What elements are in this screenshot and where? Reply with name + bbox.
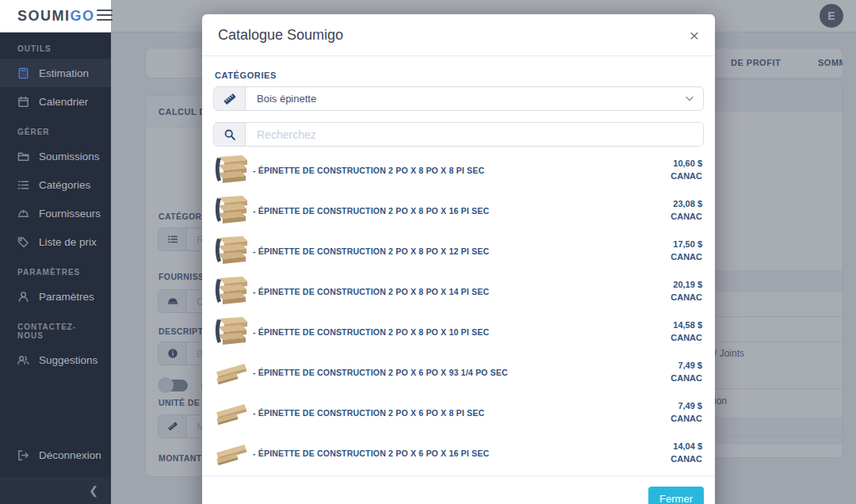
sidebar-item-label: Paramètres bbox=[39, 291, 94, 303]
fermer-button[interactable]: Fermer bbox=[648, 487, 704, 504]
sidebar-item-label: Estimation bbox=[39, 67, 89, 79]
catalog-search[interactable] bbox=[213, 122, 704, 147]
catalog-item[interactable]: - ÉPINETTE DE CONSTRUCTION 2 PO X 8 PO X… bbox=[213, 231, 704, 271]
product-price: 23,08 $ bbox=[673, 199, 702, 208]
sidebar-item-liste-de-prix[interactable]: Liste de prix bbox=[0, 227, 111, 256]
catalog-item[interactable]: - ÉPINETTE DE CONSTRUCTION 2 PO X 6 PO X… bbox=[213, 352, 704, 392]
catalogue-modal: Catalogue Soumigo × CATÉGORIES Bois épin… bbox=[202, 14, 715, 504]
catalog-item[interactable]: - ÉPINETTE DE CONSTRUCTION 2 PO X 8 PO X… bbox=[213, 190, 704, 231]
lumber-stack-image bbox=[213, 276, 250, 307]
product-name: - ÉPINETTE DE CONSTRUCTION 2 PO X 6 PO X… bbox=[250, 368, 645, 377]
lumber-plank-image bbox=[213, 357, 250, 388]
search-icon bbox=[214, 123, 246, 146]
sidebar-section-contact: CONTACTEZ-NOUS bbox=[0, 311, 111, 346]
product-price: 10,60 $ bbox=[673, 158, 702, 168]
sidebar-item-deconnexion[interactable]: Déconnexion bbox=[0, 441, 111, 469]
catalog-item[interactable]: - ÉPINETTE DE CONSTRUCTION 2 PO X 8 PO X… bbox=[213, 271, 704, 311]
lumber-stack-image bbox=[213, 316, 250, 348]
sidebar-item-label: Calendrier bbox=[39, 96, 88, 108]
modal-body: CATÉGORIES Bois épinette - ÉPINETTE DE C… bbox=[202, 56, 715, 475]
catalog-item[interactable]: - ÉPINETTE DE CONSTRUCTION 2 PO X 6 PO X… bbox=[213, 392, 704, 433]
sidebar-item-label: Catégories bbox=[39, 179, 90, 191]
calendar-icon bbox=[17, 96, 29, 108]
catalog-item[interactable]: - ÉPINETTE DE CONSTRUCTION 2 PO X 8 PO X… bbox=[213, 150, 704, 190]
sidebar-section-gerer: GÉRER bbox=[0, 116, 111, 142]
product-name: - ÉPINETTE DE CONSTRUCTION 2 PO X 8 PO X… bbox=[250, 206, 645, 216]
product-vendor: CANAC bbox=[671, 454, 702, 464]
product-vendor: CANAC bbox=[671, 414, 702, 423]
list-icon bbox=[17, 179, 29, 191]
logo-text-accent: GO bbox=[71, 8, 95, 24]
hardhat-icon bbox=[17, 208, 29, 220]
logout-icon bbox=[17, 449, 29, 461]
product-name: - ÉPINETTE DE CONSTRUCTION 2 PO X 8 PO X… bbox=[250, 327, 645, 337]
sidebar-section-parametres: PARAMÈTRES bbox=[0, 256, 111, 282]
user-icon bbox=[17, 291, 29, 303]
logo-text-primary: SOUMI bbox=[17, 8, 71, 24]
sidebar-item-fournisseurs[interactable]: Fournisseurs bbox=[0, 199, 111, 227]
modal-title: Catalogue Soumigo bbox=[218, 27, 343, 44]
app-logo[interactable]: SOUMIGO bbox=[17, 8, 95, 25]
modal-header: Catalogue Soumigo × bbox=[202, 14, 715, 56]
sidebar-item-label: Liste de prix bbox=[39, 236, 97, 248]
product-vendor: CANAC bbox=[671, 252, 702, 262]
sidebar-item-soumissions[interactable]: Soumissions bbox=[0, 142, 111, 170]
users-icon bbox=[17, 354, 29, 366]
sidebar-item-estimation[interactable]: Estimation bbox=[0, 59, 111, 87]
product-name: - ÉPINETTE DE CONSTRUCTION 2 PO X 8 PO X… bbox=[250, 287, 645, 296]
product-vendor: CANAC bbox=[671, 212, 702, 221]
sidebar-item-suggestions[interactable]: Suggestions bbox=[0, 346, 111, 374]
product-vendor: CANAC bbox=[671, 333, 702, 342]
sidebar-item-label: Déconnexion bbox=[39, 449, 101, 461]
lumber-plank-image bbox=[213, 397, 250, 429]
catalog-list: - ÉPINETTE DE CONSTRUCTION 2 PO X 8 PO X… bbox=[213, 150, 704, 473]
close-icon[interactable]: × bbox=[690, 27, 699, 44]
folder-icon bbox=[17, 151, 29, 162]
sidebar-item-label: Soumissions bbox=[39, 151, 100, 162]
product-vendor: CANAC bbox=[671, 373, 702, 383]
sidebar-item-label: Fournisseurs bbox=[39, 208, 101, 220]
product-name: - ÉPINETTE DE CONSTRUCTION 2 PO X 8 PO X… bbox=[250, 246, 645, 256]
calculator-icon bbox=[17, 67, 29, 79]
product-price: 14,58 $ bbox=[673, 320, 702, 330]
catalog-item[interactable]: - ÉPINETTE DE CONSTRUCTION 2 PO X 6 PO X… bbox=[213, 433, 704, 473]
lumber-stack-image bbox=[213, 235, 250, 267]
catalog-item[interactable]: - ÉPINETTE DE CONSTRUCTION 2 PO X 8 PO X… bbox=[213, 311, 704, 352]
sidebar-collapse-button[interactable]: ❮ bbox=[0, 477, 111, 504]
lumber-stack-image bbox=[213, 195, 250, 227]
product-vendor: CANAC bbox=[671, 171, 702, 181]
sidebar: OUTILS Estimation Calendrier GÉRER Soumi… bbox=[0, 32, 111, 504]
sidebar-item-calendrier[interactable]: Calendrier bbox=[0, 87, 111, 116]
tag-icon bbox=[17, 236, 29, 248]
menu-icon[interactable] bbox=[97, 10, 113, 22]
product-price: 7,49 $ bbox=[678, 401, 702, 410]
chevron-down-icon bbox=[686, 87, 703, 110]
lumber-plank-image bbox=[213, 437, 250, 469]
categories-label: CATÉGORIES bbox=[215, 71, 704, 80]
ruler-icon bbox=[214, 87, 246, 110]
modal-footer: Fermer bbox=[202, 475, 715, 504]
category-select-value[interactable]: Bois épinette bbox=[246, 87, 686, 110]
product-price: 14,04 $ bbox=[673, 441, 702, 451]
sidebar-item-categories[interactable]: Catégories bbox=[0, 170, 111, 199]
category-select[interactable]: Bois épinette bbox=[213, 86, 704, 111]
product-name: - ÉPINETTE DE CONSTRUCTION 2 PO X 8 PO X… bbox=[250, 166, 645, 175]
product-name: - ÉPINETTE DE CONSTRUCTION 2 PO X 6 PO X… bbox=[250, 408, 645, 418]
search-input[interactable] bbox=[246, 123, 703, 146]
sidebar-item-label: Suggestions bbox=[39, 354, 97, 366]
product-price: 20,19 $ bbox=[673, 280, 702, 289]
product-vendor: CANAC bbox=[671, 292, 702, 302]
sidebar-section-outils: OUTILS bbox=[0, 32, 111, 59]
product-price: 7,49 $ bbox=[678, 361, 702, 370]
product-price: 17,50 $ bbox=[673, 239, 702, 249]
chevron-left-icon: ❮ bbox=[89, 484, 98, 497]
lumber-stack-image bbox=[213, 155, 250, 186]
sidebar-item-parametres[interactable]: Paramètres bbox=[0, 282, 111, 311]
product-name: - ÉPINETTE DE CONSTRUCTION 2 PO X 6 PO X… bbox=[250, 449, 645, 458]
